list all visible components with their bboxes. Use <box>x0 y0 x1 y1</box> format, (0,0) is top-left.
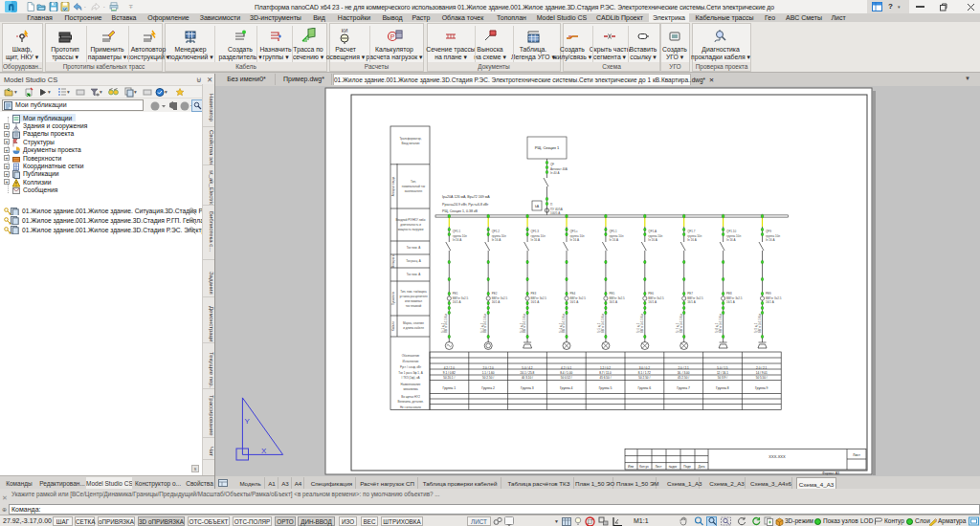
svg-text:QF1.А: QF1.А <box>648 230 657 233</box>
svg-text:QF1.10: QF1.10 <box>726 230 736 233</box>
svg-text:16/1 А: 16/1 А <box>570 300 579 304</box>
svg-text:ВВГнг 3х2.5: ВВГнг 3х2.5 <box>570 296 587 300</box>
svg-text:Гр.3 щ.1: Гр.3 щ.1 <box>520 322 523 333</box>
svg-text:Аппарат ввода: Аппарат ввода <box>391 176 395 196</box>
svg-text:5.0 / 4.2: 5.0 / 4.2 <box>522 366 532 370</box>
svg-text:ВВГнг 3х1.5 Юм: ВВГнг 3х1.5 Юм <box>640 314 644 333</box>
svg-text:Кабели: Кабели <box>391 321 395 331</box>
svg-text:группа 10л: группа 10л <box>609 234 623 238</box>
svg-text:ВВГнг 3х1.5 Юм: ВВГнг 3х1.5 Юм <box>444 314 448 333</box>
svg-text:8.4 / 1.00: 8.4 / 1.00 <box>560 371 572 375</box>
svg-text:Группа 5: Группа 5 <box>599 386 612 390</box>
svg-text:РЕ6: РЕ6 <box>648 292 654 296</box>
svg-text:ВВГнг 3х1.5 Юм: ВВГнг 3х1.5 Юм <box>719 314 723 333</box>
svg-text:Гр.4 щ.1: Гр.4 щ.1 <box>559 322 563 333</box>
svg-text:Тип, ном. ток/марка: Тип, ном. ток/марка <box>400 290 427 294</box>
svg-text:QF1.2: QF1.2 <box>492 230 501 233</box>
svg-text:ВВГнг 3х2.5: ВВГнг 3х2.5 <box>609 296 625 300</box>
svg-text:П: П <box>550 203 552 207</box>
svg-text:3.0 / 0.2: 3.0 / 0.2 <box>639 366 650 370</box>
svg-text:Гр.6 щ.1: Гр.6 щ.1 <box>636 322 640 333</box>
svg-text:16/1 А: 16/1 А <box>609 300 617 304</box>
svg-text:1.2 / 0.2: 1.2 / 0.2 <box>600 366 611 370</box>
svg-text:РЕ3: РЕ3 <box>531 292 537 296</box>
svg-text:Iн 16 А: Iн 16 А <box>531 238 541 242</box>
svg-text:Обозначение: Обозначение <box>402 354 420 358</box>
svg-text:ВВГнг 3х1.5 Юм: ВВГнг 3х1.5 Юм <box>523 314 526 333</box>
svg-text:14 / 9.01: 14 / 9.01 <box>756 371 768 375</box>
svg-text:QF5.1: QF5.1 <box>609 230 617 233</box>
svg-text:2.0 / 2.1: 2.0 / 2.1 <box>756 366 767 370</box>
svg-text:Iн 16 А: Iн 16 А <box>570 238 580 242</box>
svg-text:Гр.1 щ.1: Гр.1 щ.1 <box>441 322 445 333</box>
svg-text:12 / 16.1: 12 / 16.1 <box>717 371 728 375</box>
svg-text:Ток 1 расч 3ф 1, А: Ток 1 расч 3ф 1, А <box>398 371 422 375</box>
svg-text:Iн 16 А: Iн 16 А <box>609 238 618 242</box>
svg-text:Марка, сечение: Марка, сечение <box>403 321 424 325</box>
svg-text:16/1 А: 16/1 А <box>492 300 501 304</box>
svg-text:ВВГнг 3х1.5 Юм: ВВГнг 3х1.5 Юм <box>601 314 605 333</box>
svg-text:РЩ, Секция 1, 0.38 кВ: РЩ, Секция 1, 0.38 кВ <box>442 209 479 213</box>
svg-text:2.0 / 2.1: 2.0 / 2.1 <box>679 366 689 370</box>
svg-text:мощность нагрузки: мощность нагрузки <box>398 228 424 231</box>
svg-text:QF5.с: QF5.с <box>570 230 579 233</box>
svg-text:50 20.1 /: 50 20.1 / <box>443 376 455 380</box>
svg-text:группа 10л: группа 10л <box>648 234 662 238</box>
svg-text:P: P <box>390 33 395 40</box>
svg-text:Iн 16 А: Iн 16 А <box>726 238 736 242</box>
svg-text:16/1 А: 16/1 А <box>453 300 461 304</box>
svg-text:Руст / cosф, кВт: Руст / cosф, кВт <box>400 365 422 369</box>
svg-text:24.1 / 25.8: 24.1 / 25.8 <box>521 371 535 375</box>
svg-text:Изм: Изм <box>628 465 634 469</box>
svg-text:8.7 / 11.0: 8.7 / 11.0 <box>599 371 612 375</box>
svg-text:ПУ 40/5А: ПУ 40/5А <box>550 208 563 211</box>
svg-text:16/1 А: 16/1 А <box>648 300 657 304</box>
svg-text:Подп: Подп <box>683 465 691 469</box>
svg-text:Не согласовано: Не согласовано <box>400 405 421 409</box>
svg-text:1.1 / 1.60: 1.1 / 1.60 <box>482 371 495 375</box>
svg-text:Пускатели: Пускатели <box>391 291 395 305</box>
svg-text:уставка расцепителя: уставка расцепителя <box>399 295 428 298</box>
svg-text:Iр=20А 126 мА, Вр=72 169 мА: Iр=20А 126 мА, Вр=72 169 мА <box>442 195 490 199</box>
svg-text:ВВГнг 3х1.5 Юм: ВВГнг 3х1.5 Юм <box>562 314 566 333</box>
svg-text:механизма: механизма <box>403 387 418 391</box>
svg-text:45 6.50 /: 45 6.50 / <box>599 376 611 380</box>
svg-text:Во щитах НУ2: Во щитах НУ2 <box>401 395 420 399</box>
svg-text:8.1 / 1.72: 8.1 / 1.72 <box>638 371 651 375</box>
svg-text:Iн 16 А: Iн 16 А <box>648 238 657 242</box>
svg-text:Группа 7: Группа 7 <box>677 386 690 390</box>
svg-text:РЕ5: РЕ5 <box>609 292 614 296</box>
svg-text:ВВГнг 3х2.5: ВВГнг 3х2.5 <box>453 296 469 300</box>
svg-text:50 0.52 /: 50 0.52 / <box>561 376 572 380</box>
svg-text:или номинал: или номинал <box>405 299 422 303</box>
svg-text:ВВГнг 3х2.5: ВВГнг 3х2.5 <box>492 296 508 300</box>
svg-text:50 5.50 /: 50 5.50 / <box>756 376 768 380</box>
svg-text:Автомат 40А: Автомат 40А <box>550 167 568 171</box>
svg-text:Группа 9: Группа 9 <box>755 386 768 390</box>
svg-text:Группа 6: Группа 6 <box>638 386 652 390</box>
svg-text:Ррасч=24.9 кВт, Руст=6.8 кВт: Ррасч=24.9 кВт, Руст=6.8 кВт <box>442 203 489 207</box>
svg-text:4.2 / 2.0: 4.2 / 2.0 <box>444 366 455 370</box>
svg-text:Наименование: Наименование <box>401 383 421 386</box>
svg-text:РЕ9: РЕ9 <box>766 292 771 296</box>
svg-text:Iн 16 А: Iн 16 А <box>492 238 501 242</box>
svg-text:Ток ном. А: Ток ном. А <box>407 246 420 250</box>
svg-text:QF1.7: QF1.7 <box>687 230 696 233</box>
svg-text:Лист: Лист <box>853 453 860 457</box>
svg-text:длительность и: длительность и <box>400 223 421 227</box>
svg-text:ВВГнг 3х2.5: ВВГнг 3х2.5 <box>648 296 664 300</box>
svg-text:Гр.2 щ.1: Гр.2 щ.1 <box>480 322 484 333</box>
svg-text:50 2.50 /: 50 2.50 / <box>482 376 494 380</box>
svg-text:Y: Y <box>245 417 251 426</box>
svg-text:РЕ2: РЕ2 <box>492 292 498 296</box>
svg-text:16/1 А: 16/1 А <box>687 300 696 304</box>
svg-text:группа 10л: группа 10л <box>570 234 585 238</box>
svg-text:номинальный ток: номинальный ток <box>402 185 426 188</box>
svg-text:РЕ8: РЕ8 <box>726 292 732 296</box>
svg-text:РЕ4: РЕ4 <box>570 292 576 296</box>
svg-text:Гр.8 щ.1: Гр.8 щ.1 <box>715 322 719 333</box>
svg-text:группа 10л: группа 10л <box>726 234 741 238</box>
svg-text:Аппараты: Аппараты <box>391 254 395 268</box>
svg-text:16/1 А: 16/1 А <box>531 300 540 304</box>
svg-text:50 2.50 /: 50 2.50 / <box>638 376 650 380</box>
